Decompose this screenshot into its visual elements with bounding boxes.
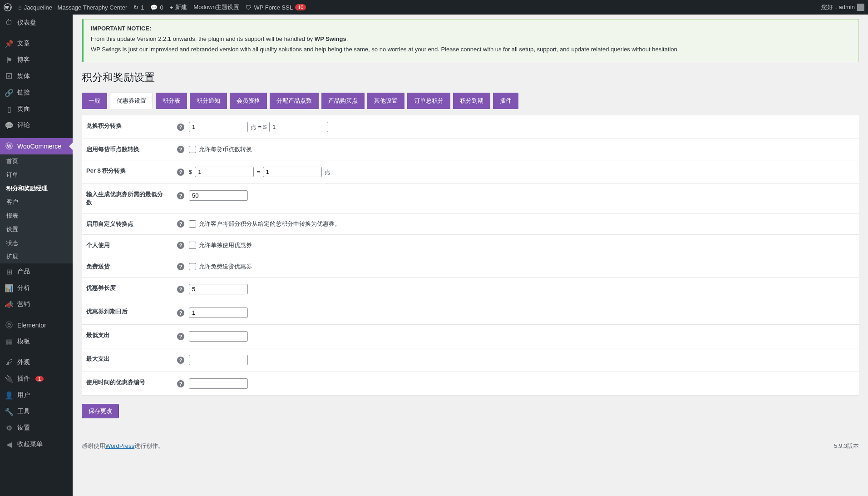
form-row: 启用每货币点数转换?允许每货币点数转换 [82,139,859,160]
menu-users[interactable]: 👤用户 [0,387,73,403]
form-row: 输入生成优惠券所需的最低分数? [82,184,859,213]
menu-media[interactable]: 🖾媒体 [0,68,73,84]
menu-plugins[interactable]: 🔌插件1 [0,371,73,387]
tab-0[interactable]: 一般 [82,93,107,109]
menu-collapse[interactable]: ◀收起菜单 [0,436,73,452]
menu-blog[interactable]: ⚑博客 [0,52,73,68]
tab-6[interactable]: 产品购买点 [321,93,365,109]
home-icon: ⌂ [18,4,22,11]
form-field: ? [173,348,859,372]
menu-templates[interactable]: ▦模板 [0,333,73,350]
tab-8[interactable]: 订单总积分 [407,93,450,109]
points-input[interactable] [189,122,248,132]
number-input[interactable] [189,284,248,294]
tab-2[interactable]: 积分表 [156,93,187,109]
submenu-home[interactable]: 首页 [0,154,73,168]
checkbox-input[interactable] [189,242,196,249]
ssl-count-badge: 10 [295,4,306,10]
number-input[interactable] [189,378,248,389]
product-icon: ⊞ [5,267,14,276]
footer-thanks: 感谢使用WordPress进行创作。 [82,442,164,450]
menu-marketing[interactable]: 📣营销 [0,296,73,312]
menu-posts[interactable]: 📌文章 [0,35,73,52]
menu-tools[interactable]: 🔧工具 [0,403,73,420]
help-icon[interactable]: ? [177,263,184,270]
menu-analytics[interactable]: 📊分析 [0,280,73,296]
plugin-count-badge: 1 [35,376,44,382]
checkbox-label[interactable]: 允许免费送货优惠券 [189,263,252,271]
submenu-customers[interactable]: 客户 [0,195,73,209]
currency-input[interactable] [269,122,328,132]
form-field: ?允许客户将部分积分从给定的总积分中转换为优惠券。 [173,213,859,235]
admin-footer: 感谢使用WordPress进行创作。 5.9.3版本 [73,436,868,456]
submenu-settings[interactable]: 设置 [0,223,73,236]
tab-5[interactable]: 分配产品点数 [270,93,319,109]
help-icon[interactable]: ? [177,286,184,293]
tab-4[interactable]: 会员资格 [230,93,267,109]
menu-products[interactable]: ⊞产品 [0,263,73,280]
number-input[interactable] [189,308,248,318]
tab-1[interactable]: 优惠券设置 [110,93,153,109]
currency-input[interactable] [195,167,254,177]
modown-settings-link[interactable]: Modown主题设置 [193,3,239,11]
help-icon[interactable]: ? [177,169,184,176]
submenu-extensions[interactable]: 扩展 [0,250,73,263]
menu-appearance[interactable]: 🖌外观 [0,354,73,371]
number-input[interactable] [189,355,248,365]
form-field: ?$ = 点 [173,160,859,184]
help-icon[interactable]: ? [177,124,184,131]
wrench-icon: 🔧 [5,407,14,416]
menu-pages[interactable]: ▯页面 [0,101,73,117]
help-icon[interactable]: ? [177,220,184,228]
checkbox-label[interactable]: 允许单独使用优惠券 [189,241,252,249]
menu-elementor[interactable]: ⓔElementor [0,317,73,333]
menu-comments[interactable]: 💬评论 [0,117,73,134]
wp-logo[interactable] [4,3,12,11]
wordpress-link[interactable]: WordPress [105,442,134,449]
checkbox-label[interactable]: 允许每货币点数转换 [189,145,252,154]
number-input[interactable] [189,331,248,342]
form-row: 优惠券到期日后? [82,301,859,325]
update-icon: ↻ [133,4,138,11]
menu-settings[interactable]: ⚙设置 [0,420,73,436]
updates-link[interactable]: ↻ 1 [133,4,144,11]
dashboard-icon: ⏱ [5,18,14,27]
help-icon[interactable]: ? [177,309,184,317]
save-button[interactable]: 保存更改 [82,404,119,418]
submenu-status[interactable]: 状态 [0,236,73,250]
checkbox-input[interactable] [189,263,196,270]
tab-10[interactable]: 插件 [493,93,518,109]
menu-dashboard[interactable]: ⏱仪表盘 [0,15,73,31]
form-field: ? [173,184,859,213]
checkbox-input[interactable] [189,146,196,153]
submenu-reports[interactable]: 报表 [0,209,73,223]
wp-force-ssl-link[interactable]: 🛡 WP Force SSL 10 [246,4,306,11]
submenu-orders[interactable]: 订单 [0,168,73,182]
help-icon[interactable]: ? [177,242,184,249]
form-row: 使用时间的优惠券编号? [82,372,859,396]
tab-3[interactable]: 积分通知 [190,93,227,109]
checkbox-label[interactable]: 允许客户将部分积分从给定的总积分中转换为优惠券。 [189,220,340,228]
menu-woocommerce[interactable]: ⓦWooCommerce [0,138,73,154]
woocommerce-submenu: 首页 订单 积分和奖励经理 客户 报表 设置 状态 扩展 [0,154,73,263]
help-icon[interactable]: ? [177,146,184,153]
number-input[interactable] [189,190,248,201]
checkbox-input[interactable] [189,220,196,228]
submenu-points-rewards[interactable]: 积分和奖励经理 [0,182,73,195]
menu-links[interactable]: 🔗链接 [0,84,73,101]
help-icon[interactable]: ? [177,380,184,387]
site-name-link[interactable]: ⌂ Jacqueline - Massage Theraphy Center [18,4,127,11]
help-icon[interactable]: ? [177,333,184,340]
notice-line2: WP Swings is just our improvised and reb… [91,46,851,53]
important-notice: IMPORTANT NOTICE: From this update Versi… [82,19,859,62]
site-name: Jacqueline - Massage Theraphy Center [24,4,127,11]
help-icon[interactable]: ? [177,192,184,199]
form-row: Per $ 积分转换?$ = 点 [82,160,859,184]
tab-7[interactable]: 其他设置 [367,93,404,109]
help-icon[interactable]: ? [177,357,184,364]
user-greeting[interactable]: 您好，admin [821,3,864,11]
comments-link[interactable]: 💬 0 [150,4,163,11]
tab-9[interactable]: 积分到期 [453,93,490,109]
new-content-link[interactable]: + 新建 [170,3,187,11]
points-input[interactable] [263,167,322,177]
